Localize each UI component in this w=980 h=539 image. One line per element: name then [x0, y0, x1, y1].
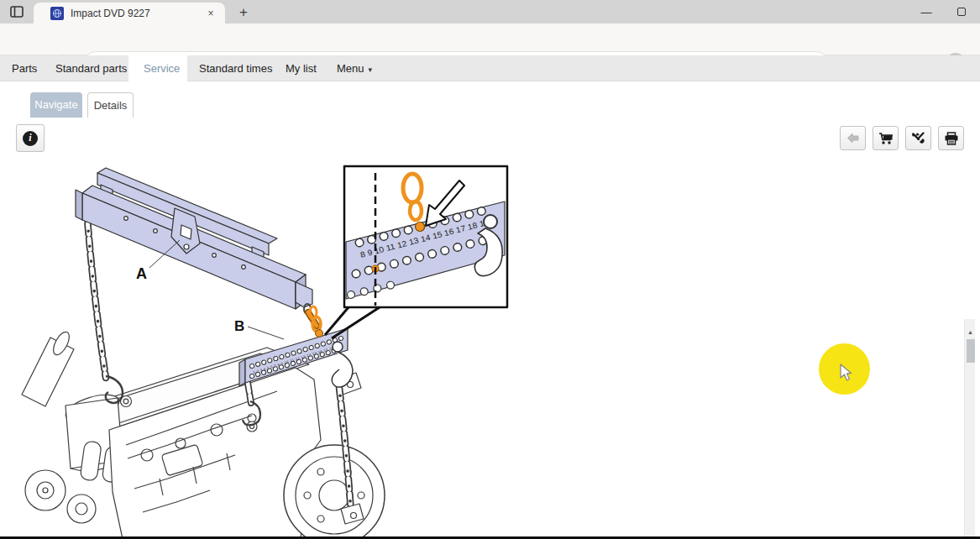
tab-navigate[interactable]: Navigate: [30, 92, 82, 118]
technical-illustration: A 1 2 3 4 5 6 7 8 9 10 11 12 13 14 15 16…: [0, 160, 521, 539]
maximize-icon: [957, 8, 966, 16]
nav-item-my-list[interactable]: My list: [286, 55, 317, 81]
browser-toolbar: i localhost:8800/impact3/application/#se…: [0, 24, 980, 55]
vertical-scrollbar[interactable]: ▲ ▼: [964, 319, 975, 539]
printer-icon: [944, 132, 959, 145]
nav-item-parts[interactable]: Parts: [12, 55, 37, 81]
tab-actions-menu-icon[interactable]: [8, 3, 26, 20]
label-b: B: [234, 318, 284, 339]
nav-item-standard-times[interactable]: Standard times: [199, 55, 272, 81]
tab-details[interactable]: Details: [87, 92, 134, 118]
mouse-cursor-icon: [840, 364, 853, 382]
info-button[interactable]: i: [16, 124, 45, 152]
back-arrow-icon: [846, 132, 860, 144]
tab-close-icon[interactable]: ×: [203, 6, 218, 21]
info-icon: i: [23, 131, 38, 146]
print-button[interactable]: [938, 126, 964, 150]
chevron-down-icon: ▾: [369, 65, 373, 74]
shopping-cart-icon: [878, 132, 894, 145]
app-main-nav: Parts Standard parts Service Standard ti…: [0, 55, 980, 81]
nav-item-standard-parts[interactable]: Standard parts: [55, 55, 127, 81]
service-subtabs: Navigate Details: [0, 81, 980, 118]
detail-inset: 8 9 10 11 12 13 14 15 16 17 18 19: [325, 166, 507, 338]
scrollbar-thumb[interactable]: [967, 339, 975, 363]
new-tab-button[interactable]: +: [233, 3, 254, 23]
label-b-text: B: [234, 318, 244, 334]
site-favicon-globe-icon: [50, 7, 64, 20]
service-details-viewport: A 1 2 3 4 5 6 7 8 9 10 11 12 13 14 15 16…: [0, 160, 980, 537]
history-back-button-disabled[interactable]: [840, 126, 866, 150]
tools-wrench-icon: [911, 132, 925, 145]
tools-button[interactable]: [905, 126, 931, 150]
lifting-beam-a: [76, 168, 312, 314]
nav-item-service-active[interactable]: Service: [144, 55, 180, 81]
engine-drawing: [22, 329, 385, 539]
window-maximize-button[interactable]: [943, 0, 980, 24]
browser-tab[interactable]: Impact DVD 9227 ×: [34, 3, 225, 24]
tab-title: Impact DVD 9227: [71, 8, 203, 19]
nav-item-menu[interactable]: Menu▾: [337, 55, 372, 81]
label-a-text: A: [136, 265, 147, 282]
window-minimize-button[interactable]: —: [908, 0, 945, 24]
cart-button[interactable]: [873, 126, 899, 150]
browser-tab-strip: Impact DVD 9227 × + —: [0, 0, 980, 24]
scroll-up-icon[interactable]: ▲: [965, 326, 976, 338]
